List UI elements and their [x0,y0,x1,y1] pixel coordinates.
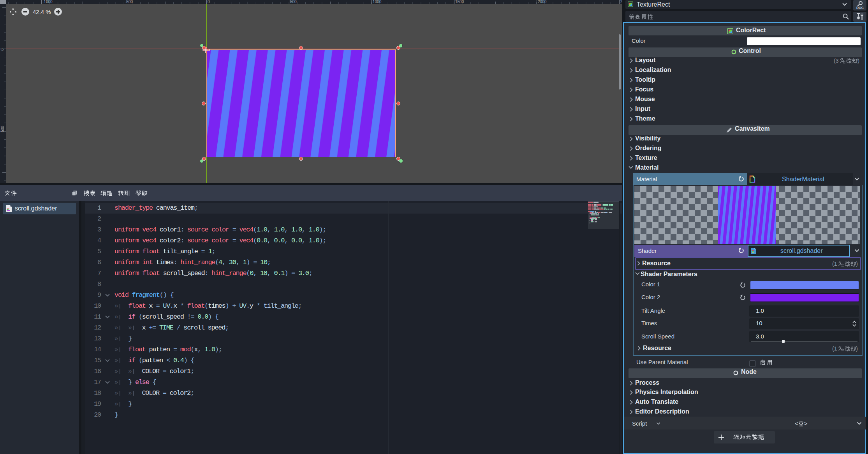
svg-text:DOC: DOC [856,6,864,10]
